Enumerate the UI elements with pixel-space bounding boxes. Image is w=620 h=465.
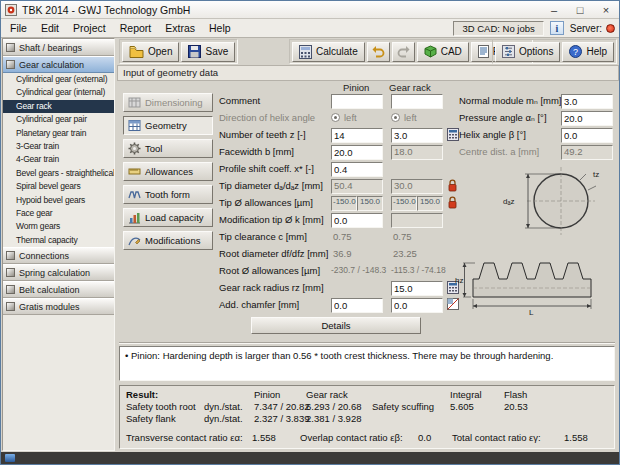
tool-button[interactable]: Tool	[123, 139, 213, 158]
dimensioning-button-label: Dimensioning	[145, 97, 203, 108]
sidebar-item-3-gear-train[interactable]: 3-Gear train	[3, 140, 114, 153]
safety-tooth-root-mode: dyn./stat.	[204, 401, 243, 412]
tip-allowance-pinion-lower: -150.0	[331, 196, 357, 211]
comment-pinion-input[interactable]	[331, 94, 383, 109]
helix-left-radio-gear-rack[interactable]	[391, 113, 400, 122]
sidebar-item-worm-gears[interactable]: Worm gears	[3, 220, 114, 233]
shaft-bearings-icon	[6, 43, 15, 52]
details-button[interactable]: Details	[251, 317, 421, 334]
gear-calculation-icon	[6, 60, 15, 69]
total-contact-ratio-value: 1.558	[564, 432, 588, 443]
normal-module-input[interactable]	[561, 94, 613, 109]
modifications-button[interactable]: Modifications	[123, 231, 213, 250]
sidebar-item-gear-rack[interactable]: Gear rack	[3, 100, 114, 113]
facewidth-pinion-input[interactable]	[331, 145, 383, 160]
tip-allowances-lock-icon[interactable]	[447, 196, 458, 209]
normal-module-label: Normal module mₙ [mm]	[459, 95, 562, 106]
redo-icon	[396, 45, 411, 58]
tooth-form-button[interactable]: Tooth form	[123, 185, 213, 204]
menu-file[interactable]: File	[3, 20, 34, 36]
menubar: File Edit Project Report Extras Help 3D …	[1, 19, 619, 38]
cad-button[interactable]: CAD	[417, 42, 469, 62]
facewidth-gear-rack-value: 18.0	[391, 145, 443, 160]
column-header-pinion: Pinion	[343, 82, 369, 93]
report-document-icon	[478, 45, 489, 58]
chamfer-pinion-input[interactable]	[331, 298, 383, 313]
results-col-pinion: Pinion	[254, 389, 280, 400]
sidebar-item-bevel-gears[interactable]: Bevel gears - straighthelical	[3, 167, 114, 180]
mod-tip-pinion-input[interactable]	[331, 213, 383, 228]
menu-help[interactable]: Help	[202, 20, 238, 36]
connections-icon	[6, 251, 15, 260]
sidebar-section-spring-calculation[interactable]: Spring calculation	[3, 264, 114, 281]
diagram-dim-L: L	[529, 308, 534, 315]
open-button[interactable]: Open	[122, 42, 179, 62]
sidebar-section-label: Gratis modules	[19, 302, 80, 312]
profile-shift-pinion-input[interactable]	[331, 162, 383, 177]
menu-extras[interactable]: Extras	[158, 20, 202, 36]
maximize-button[interactable]: □	[567, 1, 593, 18]
tool-button-label: Tool	[145, 143, 162, 154]
taskbar-app-icon	[5, 454, 15, 462]
calculate-button[interactable]: Calculate	[292, 42, 365, 62]
rack-radius-input[interactable]	[391, 281, 443, 296]
allowances-button[interactable]: Allowances	[123, 162, 213, 181]
root-allowances-pinion-value: -230.7 / -148.3	[331, 265, 386, 275]
sidebar-section-shaft-bearings[interactable]: Shaft / bearings	[3, 39, 114, 56]
sidebar-section-gratis-modules[interactable]: Gratis modules	[3, 298, 114, 315]
window-controls: – □ ×	[541, 1, 619, 18]
tip-diameter-lock-icon[interactable]	[447, 179, 458, 192]
safety-flank-pinion: 2.327 / 3.839	[254, 413, 309, 424]
taskbar-strip	[1, 452, 619, 464]
mod-tip-gear-rack-value	[391, 213, 443, 228]
minimize-button[interactable]: –	[541, 1, 567, 18]
server-label: Server:	[570, 23, 602, 34]
pressure-angle-input[interactable]	[561, 111, 613, 126]
close-button[interactable]: ×	[593, 1, 619, 18]
allowances-ruler-icon	[128, 165, 141, 178]
menu-report[interactable]: Report	[113, 20, 159, 36]
sidebar-item-cylindrical-gear-external[interactable]: Cylindrical gear (external)	[3, 73, 114, 86]
sidebar-item-hypoid-bevel-gears[interactable]: Hypoid bevel gears	[3, 194, 114, 207]
chamfer-gear-rack-input[interactable]	[391, 298, 443, 313]
server-status-dot	[606, 24, 615, 33]
sidebar-item-cylindrical-gear-pair[interactable]: Cylindrical gear pair	[3, 113, 114, 126]
sidebar-item-spiral-bevel-gears[interactable]: Spiral bevel gears	[3, 180, 114, 193]
menu-edit[interactable]: Edit	[34, 20, 66, 36]
options-button[interactable]: Options	[495, 42, 560, 62]
info-icon[interactable]: i	[550, 21, 564, 35]
helix-angle-label: Helix angle β [°]	[459, 129, 526, 140]
comment-gear-rack-input[interactable]	[391, 94, 443, 109]
sidebar-item-cylindrical-gear-internal[interactable]: Cylindrical gear (internal)	[3, 86, 114, 99]
menu-project[interactable]: Project	[66, 20, 113, 36]
splitter[interactable]	[119, 342, 615, 344]
tip-clearance-label: Tip clearance c [mm]	[219, 231, 307, 242]
helix-left-radio-pinion[interactable]	[331, 113, 340, 122]
tooth-form-icon	[128, 188, 141, 201]
teeth-gear-rack-input[interactable]	[391, 128, 443, 143]
teeth-pinion-input[interactable]	[331, 128, 383, 143]
geometry-table-icon	[128, 119, 141, 132]
transverse-contact-ratio-label: Transverse contact ratio εα:	[126, 432, 243, 443]
geometry-button[interactable]: Geometry	[123, 116, 213, 135]
help-button-label: Help	[586, 46, 607, 57]
sidebar-section-connections[interactable]: Connections	[3, 247, 114, 264]
load-capacity-button[interactable]: Load capacity	[123, 208, 213, 227]
sidebar-item-4-gear-train[interactable]: 4-Gear train	[3, 153, 114, 166]
sidebar-section-gear-calculation[interactable]: Gear calculation	[3, 56, 114, 73]
diagram-dim-daz: dₐz	[503, 197, 514, 206]
sidebar-section-belt-calculation[interactable]: Belt calculation	[3, 281, 114, 298]
helix-angle-input[interactable]	[561, 128, 613, 143]
sidebar-item-thermal-capacity[interactable]: Thermal capacity	[3, 234, 114, 247]
tip-allowance-gear-rack-upper: 150.0	[417, 196, 443, 211]
undo-button[interactable]	[367, 42, 390, 62]
teeth-calculator-icon[interactable]	[447, 128, 459, 141]
sidebar-item-planetary-gear-train[interactable]: Planetary gear train	[3, 127, 114, 140]
tip-allowance-gear-rack-lower: -150.0	[391, 196, 417, 211]
redo-button[interactable]	[392, 42, 415, 62]
sidebar-item-face-gear[interactable]: Face gear	[3, 207, 114, 220]
root-allowances-gear-rack-value: -115.3 / -74.18	[391, 265, 446, 275]
help-button[interactable]: ? Help	[562, 42, 614, 62]
results-title: Result:	[126, 389, 158, 400]
save-button[interactable]: Save	[181, 42, 235, 62]
